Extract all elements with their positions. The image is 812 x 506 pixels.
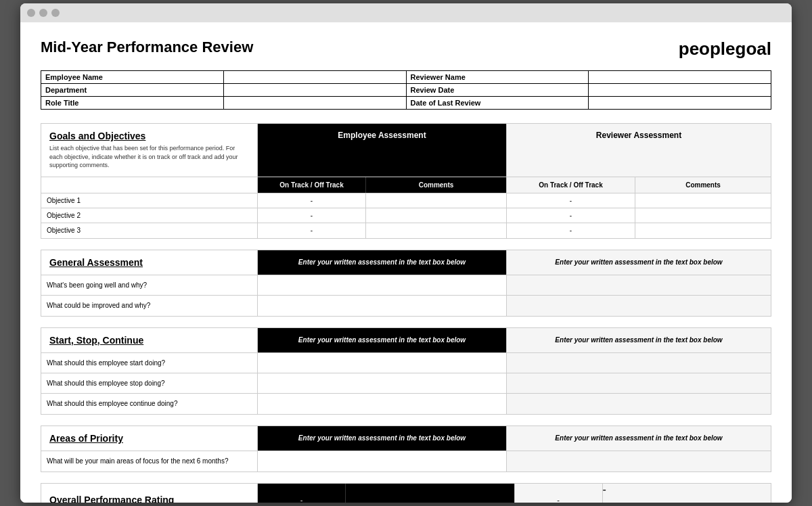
obj3-track[interactable]: - bbox=[258, 223, 366, 238]
overall-rev-rating-left[interactable]: - bbox=[515, 484, 603, 503]
overall-title: Overall Performance Rating bbox=[49, 495, 174, 503]
role-title-value[interactable] bbox=[223, 97, 406, 110]
goals-title-cell: Goals and Objectives List each objective… bbox=[41, 124, 258, 177]
areas-rev-header: Enter your written assessment in the tex… bbox=[507, 426, 771, 451]
obj2-rev-comments[interactable] bbox=[635, 208, 771, 223]
startstop-emp-ans3[interactable] bbox=[258, 394, 507, 414]
goals-header-row: Goals and Objectives List each objective… bbox=[41, 124, 771, 177]
role-title-label: Role Title bbox=[41, 97, 224, 110]
general-emp-ans2[interactable] bbox=[258, 296, 507, 316]
startstop-title: Start, Stop, Continue bbox=[49, 335, 143, 346]
overall-emp-rating-right[interactable] bbox=[346, 484, 515, 503]
general-title: General Assessment bbox=[49, 257, 143, 268]
general-q1: What's been going well and why? bbox=[41, 275, 258, 295]
overall-rev-rating-value: - bbox=[603, 484, 606, 495]
areas-emp-ans1[interactable] bbox=[258, 451, 507, 472]
startstop-rev-header: Enter your written assessment in the tex… bbox=[507, 328, 771, 352]
startstop-rev-ans2[interactable] bbox=[507, 373, 771, 393]
titlebar bbox=[20, 3, 792, 22]
obj3-rev-track[interactable]: - bbox=[507, 223, 635, 238]
general-rev-ans2[interactable] bbox=[507, 296, 771, 316]
obj2-track[interactable]: - bbox=[258, 208, 366, 223]
goals-rev-track-header: On Track / Off Track bbox=[507, 177, 635, 193]
obj2-comments[interactable] bbox=[366, 208, 507, 223]
obj1-rev-track[interactable]: - bbox=[507, 193, 635, 208]
areas-rev-ans1[interactable] bbox=[507, 451, 771, 472]
general-rev-header: Enter your written assessment in the tex… bbox=[507, 250, 771, 275]
review-date-value[interactable] bbox=[589, 84, 771, 97]
goals-rev-comments-header: Comments bbox=[635, 177, 771, 193]
general-emp-ans1[interactable] bbox=[258, 275, 507, 295]
obj3-label: Objective 3 bbox=[41, 223, 258, 238]
brand-goal: goal bbox=[736, 39, 771, 59]
objective-row: Objective 2 - - bbox=[41, 208, 771, 223]
general-header-row: General Assessment Enter your written as… bbox=[41, 250, 771, 275]
areas-q1: What will be your main areas of focus fo… bbox=[41, 451, 258, 472]
overall-emp-rating-value: - bbox=[300, 496, 303, 503]
areas-section: Areas of Priority Enter your written ass… bbox=[41, 426, 771, 472]
areas-title: Areas of Priority bbox=[49, 433, 123, 444]
employee-name-label: Employee Name bbox=[41, 71, 224, 84]
goals-emp-track-header: On Track / Off Track bbox=[258, 177, 366, 193]
reviewer-name-label: Reviewer Name bbox=[406, 71, 589, 84]
objective-row: Objective 1 - - bbox=[41, 193, 771, 208]
startstop-row-3: What should this employee continue doing… bbox=[41, 394, 771, 414]
general-emp-header: Enter your written assessment in the tex… bbox=[258, 250, 507, 275]
areas-emp-header: Enter your written assessment in the tex… bbox=[258, 426, 507, 451]
startstop-q2: What should this employee stop doing? bbox=[41, 373, 258, 393]
general-rev-ans1[interactable] bbox=[507, 275, 771, 295]
obj2-rev-track[interactable]: - bbox=[507, 208, 635, 223]
general-row-2: What could be improved and why? bbox=[41, 296, 771, 316]
employee-name-value[interactable] bbox=[223, 71, 406, 84]
page-header: Mid-Year Performance Review peoplegoal bbox=[41, 39, 771, 60]
startstop-emp-header: Enter your written assessment in the tex… bbox=[258, 328, 507, 352]
main-content: Mid-Year Performance Review peoplegoal E… bbox=[20, 22, 792, 503]
obj1-track[interactable]: - bbox=[258, 193, 366, 208]
obj1-rev-comments[interactable] bbox=[635, 193, 771, 208]
obj1-label: Objective 1 bbox=[41, 193, 258, 208]
general-row-1: What's been going well and why? bbox=[41, 275, 771, 296]
startstop-section: Start, Stop, Continue Enter your written… bbox=[41, 327, 771, 415]
startstop-emp-ans1[interactable] bbox=[258, 353, 507, 373]
startstop-q1: What should this employee start doing? bbox=[41, 353, 258, 373]
areas-header-row: Areas of Priority Enter your written ass… bbox=[41, 426, 771, 451]
department-value[interactable] bbox=[223, 84, 406, 97]
startstop-row-2: What should this employee stop doing? bbox=[41, 373, 771, 394]
overall-rev-label: - bbox=[557, 496, 560, 503]
startstop-title-cell: Start, Stop, Continue bbox=[41, 328, 258, 352]
overall-rev-rating-right[interactable]: - bbox=[603, 484, 771, 503]
goals-sub-left-spacer bbox=[41, 177, 258, 193]
department-label: Department bbox=[41, 84, 224, 97]
obj3-comments[interactable] bbox=[366, 223, 507, 238]
overall-emp-rating-left[interactable]: - bbox=[258, 484, 346, 503]
goals-emp-comments-header: Comments bbox=[366, 177, 507, 193]
general-section: General Assessment Enter your written as… bbox=[41, 250, 771, 317]
rev-assessment-header: Reviewer Assessment bbox=[507, 124, 771, 177]
general-q2: What could be improved and why? bbox=[41, 296, 258, 316]
obj1-comments[interactable] bbox=[366, 193, 507, 208]
date-last-review-value[interactable] bbox=[589, 97, 771, 110]
goals-section: Goals and Objectives List each objective… bbox=[41, 123, 771, 239]
date-last-review-label: Date of Last Review bbox=[406, 97, 589, 110]
objectives-list: Objective 1 - - Objective 2 - - Objectiv… bbox=[41, 193, 771, 238]
startstop-emp-ans2[interactable] bbox=[258, 373, 507, 393]
dot-yellow bbox=[39, 9, 47, 17]
emp-assessment-header: Employee Assessment bbox=[258, 124, 507, 177]
reviewer-name-value[interactable] bbox=[589, 71, 771, 84]
startstop-rev-ans1[interactable] bbox=[507, 353, 771, 373]
startstop-rev-ans3[interactable] bbox=[507, 394, 771, 414]
goals-description: List each objective that has been set fo… bbox=[49, 144, 249, 170]
areas-title-cell: Areas of Priority bbox=[41, 426, 258, 451]
startstop-header-row: Start, Stop, Continue Enter your written… bbox=[41, 328, 771, 353]
goals-title: Goals and Objectives bbox=[49, 131, 249, 141]
general-title-cell: General Assessment bbox=[41, 250, 258, 275]
startstop-row-1: What should this employee start doing? bbox=[41, 353, 771, 373]
page-title: Mid-Year Performance Review bbox=[41, 39, 253, 56]
startstop-q3: What should this employee continue doing… bbox=[41, 394, 258, 414]
app-window: Mid-Year Performance Review peoplegoal E… bbox=[20, 3, 792, 503]
obj3-rev-comments[interactable] bbox=[635, 223, 771, 238]
brand-people: people bbox=[679, 39, 736, 59]
objective-row: Objective 3 - - bbox=[41, 223, 771, 238]
overall-section: Overall Performance Rating - - - bbox=[41, 483, 771, 503]
dot-red bbox=[27, 9, 35, 17]
